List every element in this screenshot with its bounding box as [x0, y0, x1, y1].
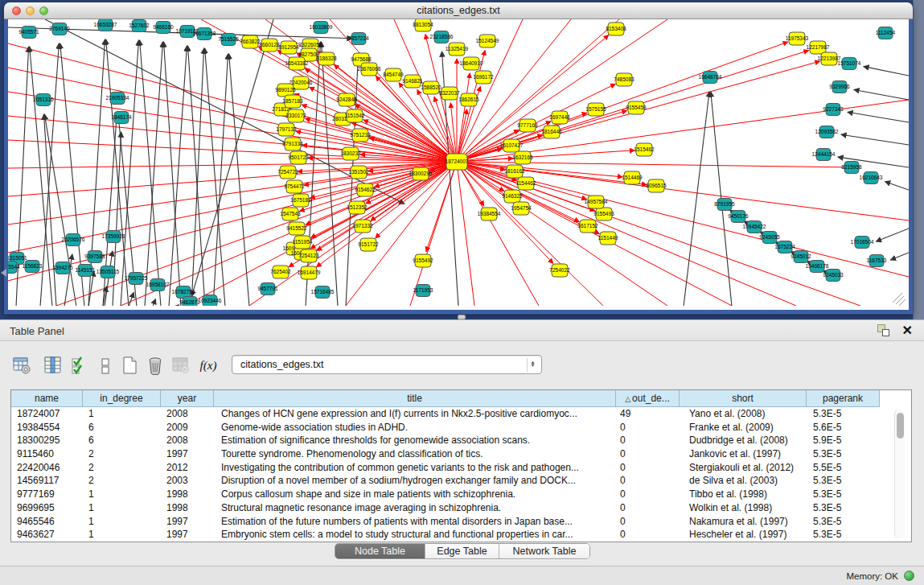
cell-out_de[interactable]: 0 [616, 421, 680, 435]
network-canvas[interactable]: 1872400786601288912954232260589827508165… [8, 19, 909, 306]
cell-pagerank[interactable]: 5.5E-5 [807, 461, 880, 475]
node-table[interactable]: namein_degreeyeartitle△out_de...shortpag… [10, 389, 912, 542]
cell-short[interactable]: Stergiakouli et al. (2012) [680, 461, 807, 475]
cell-title[interactable]: Estimation of significance thresholds fo… [214, 434, 616, 447]
cell-out_de[interactable]: 0 [616, 474, 680, 488]
table-row[interactable]: 977716911998Corpus callosum shape and si… [11, 488, 892, 501]
cell-year[interactable]: 1997 [161, 515, 214, 529]
cell-short[interactable]: Tibbo et al. (1998) [680, 488, 807, 501]
cell-pagerank[interactable]: 5.3E-5 [807, 501, 880, 515]
cell-name[interactable]: 22420046 [11, 461, 83, 475]
cell-title[interactable]: Disruption of a novel member of a sodium… [214, 474, 616, 488]
column-header-pagerank[interactable]: pagerank [807, 390, 880, 407]
delete-table-icon[interactable] [169, 353, 193, 377]
cell-pagerank[interactable]: 5.3E-5 [807, 474, 880, 488]
cell-in_degree[interactable]: 6 [83, 434, 161, 447]
clear-selection-icon[interactable] [93, 353, 117, 377]
column-header-out_de[interactable]: △out_de... [616, 390, 680, 407]
cell-name[interactable]: 9115460 [11, 447, 83, 461]
cell-year[interactable]: 2003 [161, 474, 214, 488]
cell-title[interactable]: Corpus callosum shape and size in male p… [214, 488, 616, 501]
cell-short[interactable]: Franke et al. (2009) [680, 421, 807, 435]
tab-network-table[interactable]: Network Table [499, 544, 589, 558]
column-header-in_degree[interactable]: in_degree [83, 390, 161, 407]
cell-short[interactable]: Nakamura et al. (1997) [680, 515, 807, 529]
cell-name[interactable]: 18724007 [11, 407, 83, 421]
cell-short[interactable]: Wolkin et al. (1998) [680, 501, 807, 515]
cell-short[interactable]: de Silva et al. (2003) [680, 474, 807, 488]
cell-title[interactable]: Changes of HCN gene expression and I(f) … [214, 407, 616, 421]
cell-title[interactable]: Genome-wide association studies in ADHD. [214, 421, 616, 435]
cell-name[interactable]: 9465546 [11, 515, 83, 529]
table-row[interactable]: 1872400712008Changes of HCN gene express… [11, 407, 892, 421]
cell-year[interactable]: 2009 [161, 421, 214, 435]
table-row[interactable]: 911546021997Tourette syndrome. Phenomeno… [11, 447, 892, 461]
cell-short[interactable]: Hescheler et al. (1997) [680, 528, 807, 542]
table-scrollbar-thumb[interactable] [897, 413, 904, 439]
cell-pagerank[interactable]: 5.6E-5 [807, 421, 880, 435]
cell-name[interactable]: 9699695 [11, 501, 83, 515]
cell-in_degree[interactable]: 2 [83, 461, 161, 475]
table-row[interactable]: 1830029562008Estimation of significance … [11, 434, 892, 447]
cell-in_degree[interactable]: 1 [83, 528, 161, 542]
column-header-title[interactable]: title [214, 390, 616, 407]
cell-in_degree[interactable]: 2 [83, 474, 161, 488]
cell-in_degree[interactable]: 2 [83, 447, 161, 461]
cell-out_de[interactable]: 0 [616, 515, 680, 529]
cell-name[interactable]: 9463627 [11, 528, 83, 542]
float-panel-icon[interactable] [877, 324, 890, 337]
collapse-panel-arrow-icon[interactable] [1, 269, 6, 277]
cell-short[interactable]: Jankovic et al. (1997) [680, 447, 807, 461]
cell-in_degree[interactable]: 1 [83, 501, 161, 515]
cell-year[interactable]: 2012 [161, 461, 214, 475]
cell-name[interactable]: 14569117 [11, 474, 83, 488]
cell-year[interactable]: 1997 [161, 528, 214, 542]
cell-out_de[interactable]: 0 [616, 434, 680, 447]
cell-year[interactable]: 2008 [161, 434, 214, 447]
cell-name[interactable]: 19384554 [11, 421, 83, 435]
cell-pagerank[interactable]: 5.3E-5 [807, 515, 880, 529]
table-row[interactable]: 969969511998Structural magnetic resonanc… [11, 501, 892, 515]
new-table-icon[interactable] [117, 353, 142, 377]
select-all-icon[interactable] [68, 353, 92, 377]
network-window-titlebar[interactable]: citations_edges.txt [4, 2, 913, 19]
column-header-short[interactable]: short [680, 390, 807, 407]
table-source-select[interactable]: citations_edges.txt ▲▼ [232, 355, 542, 374]
table-settings-icon[interactable] [10, 353, 34, 377]
cell-title[interactable]: Investigating the contribution of common… [214, 461, 616, 475]
column-header-name[interactable]: name [11, 390, 83, 407]
cell-in_degree[interactable]: 6 [83, 421, 161, 435]
tab-node-table[interactable]: Node Table [335, 544, 425, 558]
table-row[interactable]: 2242004622012Investigating the contribut… [11, 461, 892, 475]
cell-out_de[interactable]: 0 [616, 461, 680, 475]
cell-year[interactable]: 1997 [161, 447, 214, 461]
cell-title[interactable]: Tourette syndrome. Phenomenology and cla… [214, 447, 616, 461]
tab-edge-table[interactable]: Edge Table [425, 544, 499, 558]
cell-pagerank[interactable]: 5.3E-5 [807, 528, 880, 542]
cell-pagerank[interactable]: 5.3E-5 [807, 407, 880, 421]
delete-attribute-icon[interactable] [143, 353, 167, 377]
cell-in_degree[interactable]: 1 [83, 488, 161, 501]
cell-title[interactable]: Estimation of the future numbers of pati… [214, 515, 616, 529]
table-row[interactable]: 1456911722003Disruption of a novel membe… [11, 474, 892, 488]
cell-out_de[interactable]: 49 [616, 407, 680, 421]
cell-year[interactable]: 1998 [161, 488, 214, 501]
cell-short[interactable]: Yano et al. (2008) [680, 407, 807, 421]
cell-pagerank[interactable]: 5.3E-5 [807, 447, 880, 461]
cell-pagerank[interactable]: 5.9E-5 [807, 434, 880, 447]
cell-short[interactable]: Dudbridge et al. (2008) [680, 434, 807, 447]
show-column-icon[interactable] [41, 353, 65, 377]
cell-out_de[interactable]: 0 [616, 488, 680, 501]
cell-in_degree[interactable]: 1 [83, 515, 161, 529]
cell-pagerank[interactable]: 5.3E-5 [807, 488, 880, 501]
table-row[interactable]: 946362711997Embryonic stem cells: a mode… [11, 528, 892, 542]
cell-out_de[interactable]: 0 [616, 501, 680, 515]
cell-title[interactable]: Embryonic stem cells: a model to study s… [214, 528, 616, 542]
close-panel-icon[interactable]: ✕ [902, 323, 913, 338]
cell-out_de[interactable]: 0 [616, 528, 680, 542]
memory-ok-indicator-icon[interactable] [904, 571, 914, 581]
cell-year[interactable]: 1998 [161, 501, 214, 515]
cell-title[interactable]: Structural magnetic resonance image aver… [214, 501, 616, 515]
table-row[interactable]: 946554611997Estimation of the future num… [11, 515, 892, 529]
table-row[interactable]: 1938455462009Genome-wide association stu… [11, 421, 892, 435]
